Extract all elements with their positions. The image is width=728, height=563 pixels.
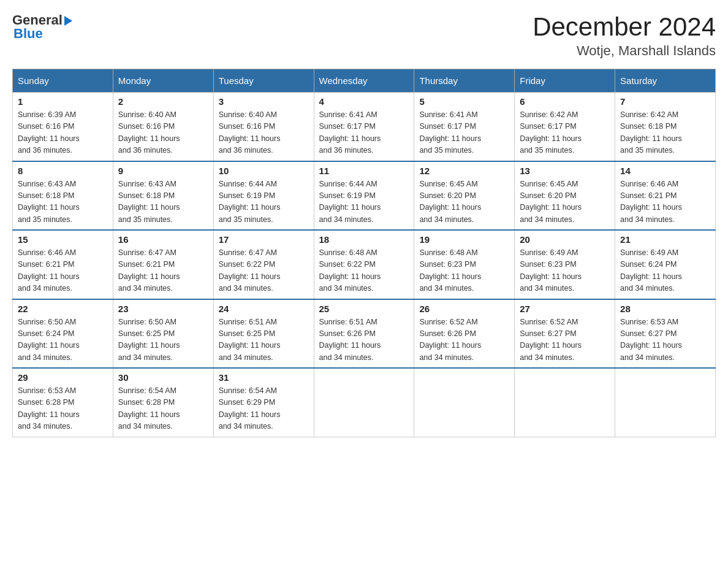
- day-number: 21: [620, 234, 710, 245]
- table-row: 12 Sunrise: 6:45 AM Sunset: 6:20 PM Dayl…: [414, 161, 515, 231]
- day-info: Sunrise: 6:49 AM Sunset: 6:23 PM Dayligh…: [520, 247, 610, 295]
- day-number: 5: [419, 96, 509, 107]
- day-number: 2: [118, 96, 208, 107]
- table-row: 8 Sunrise: 6:43 AM Sunset: 6:18 PM Dayli…: [13, 161, 113, 231]
- day-number: 22: [18, 304, 108, 314]
- day-number: 7: [620, 96, 710, 107]
- day-number: 31: [219, 372, 309, 383]
- day-info: Sunrise: 6:52 AM Sunset: 6:26 PM Dayligh…: [419, 316, 509, 364]
- table-row: 25 Sunrise: 6:51 AM Sunset: 6:26 PM Dayl…: [314, 299, 414, 369]
- day-number: 8: [18, 166, 108, 176]
- day-number: 24: [219, 304, 309, 314]
- table-row: 20 Sunrise: 6:49 AM Sunset: 6:23 PM Dayl…: [515, 230, 615, 299]
- table-row: 21 Sunrise: 6:49 AM Sunset: 6:24 PM Dayl…: [615, 230, 716, 299]
- table-row: 2 Sunrise: 6:40 AM Sunset: 6:16 PM Dayli…: [113, 93, 213, 161]
- day-info: Sunrise: 6:43 AM Sunset: 6:18 PM Dayligh…: [118, 178, 208, 226]
- table-row: 17 Sunrise: 6:47 AM Sunset: 6:22 PM Dayl…: [213, 230, 314, 299]
- day-info: Sunrise: 6:48 AM Sunset: 6:22 PM Dayligh…: [319, 247, 409, 295]
- table-row: [615, 368, 716, 437]
- day-info: Sunrise: 6:54 AM Sunset: 6:28 PM Dayligh…: [118, 385, 208, 433]
- table-row: 27 Sunrise: 6:52 AM Sunset: 6:27 PM Dayl…: [515, 299, 615, 369]
- day-number: 13: [520, 166, 610, 176]
- day-number: 4: [319, 96, 409, 107]
- table-row: [314, 368, 414, 437]
- table-row: 28 Sunrise: 6:53 AM Sunset: 6:27 PM Dayl…: [615, 299, 716, 369]
- day-number: 26: [419, 304, 509, 314]
- table-row: 13 Sunrise: 6:45 AM Sunset: 6:20 PM Dayl…: [515, 161, 615, 231]
- table-row: 7 Sunrise: 6:42 AM Sunset: 6:18 PM Dayli…: [615, 93, 716, 161]
- table-row: 19 Sunrise: 6:48 AM Sunset: 6:23 PM Dayl…: [414, 230, 515, 299]
- table-row: 5 Sunrise: 6:41 AM Sunset: 6:17 PM Dayli…: [414, 93, 515, 161]
- day-info: Sunrise: 6:46 AM Sunset: 6:21 PM Dayligh…: [18, 247, 108, 295]
- day-number: 20: [520, 234, 610, 245]
- table-row: 15 Sunrise: 6:46 AM Sunset: 6:21 PM Dayl…: [13, 230, 113, 299]
- day-number: 19: [419, 234, 509, 245]
- day-info: Sunrise: 6:53 AM Sunset: 6:27 PM Dayligh…: [620, 316, 710, 364]
- day-info: Sunrise: 6:46 AM Sunset: 6:21 PM Dayligh…: [620, 178, 710, 226]
- day-number: 15: [18, 234, 108, 245]
- day-number: 27: [520, 304, 610, 314]
- day-info: Sunrise: 6:48 AM Sunset: 6:23 PM Dayligh…: [419, 247, 509, 295]
- day-info: Sunrise: 6:47 AM Sunset: 6:22 PM Dayligh…: [219, 247, 309, 295]
- table-row: 22 Sunrise: 6:50 AM Sunset: 6:24 PM Dayl…: [13, 299, 113, 369]
- day-number: 12: [419, 166, 509, 176]
- calendar-table: Sunday Monday Tuesday Wednesday Thursday…: [12, 69, 716, 437]
- day-info: Sunrise: 6:49 AM Sunset: 6:24 PM Dayligh…: [620, 247, 710, 295]
- header-row: Sunday Monday Tuesday Wednesday Thursday…: [13, 69, 716, 93]
- day-number: 1: [18, 96, 108, 107]
- calendar-week-row: 8 Sunrise: 6:43 AM Sunset: 6:18 PM Dayli…: [13, 161, 716, 231]
- col-wednesday: Wednesday: [314, 69, 414, 93]
- calendar-week-row: 29 Sunrise: 6:53 AM Sunset: 6:28 PM Dayl…: [13, 368, 716, 437]
- day-info: Sunrise: 6:42 AM Sunset: 6:18 PM Dayligh…: [620, 109, 710, 157]
- day-info: Sunrise: 6:41 AM Sunset: 6:17 PM Dayligh…: [419, 109, 509, 157]
- table-row: 26 Sunrise: 6:52 AM Sunset: 6:26 PM Dayl…: [414, 299, 515, 369]
- col-friday: Friday: [515, 69, 615, 93]
- day-info: Sunrise: 6:47 AM Sunset: 6:21 PM Dayligh…: [118, 247, 208, 295]
- day-number: 11: [319, 166, 409, 176]
- table-row: 1 Sunrise: 6:39 AM Sunset: 6:16 PM Dayli…: [13, 93, 113, 161]
- day-number: 16: [118, 234, 208, 245]
- calendar-week-row: 1 Sunrise: 6:39 AM Sunset: 6:16 PM Dayli…: [13, 93, 716, 161]
- table-row: 3 Sunrise: 6:40 AM Sunset: 6:16 PM Dayli…: [213, 93, 314, 161]
- day-info: Sunrise: 6:50 AM Sunset: 6:25 PM Dayligh…: [118, 316, 208, 364]
- table-row: 14 Sunrise: 6:46 AM Sunset: 6:21 PM Dayl…: [615, 161, 716, 231]
- day-info: Sunrise: 6:51 AM Sunset: 6:25 PM Dayligh…: [219, 316, 309, 364]
- day-number: 14: [620, 166, 710, 176]
- table-row: 10 Sunrise: 6:44 AM Sunset: 6:19 PM Dayl…: [213, 161, 314, 231]
- table-row: 18 Sunrise: 6:48 AM Sunset: 6:22 PM Dayl…: [314, 230, 414, 299]
- col-sunday: Sunday: [13, 69, 113, 93]
- page-header: General Blue December 2024 Wotje, Marsha…: [12, 12, 716, 59]
- day-info: Sunrise: 6:43 AM Sunset: 6:18 PM Dayligh…: [18, 178, 108, 226]
- col-tuesday: Tuesday: [213, 69, 314, 93]
- day-number: 29: [18, 372, 108, 383]
- day-info: Sunrise: 6:50 AM Sunset: 6:24 PM Dayligh…: [18, 316, 108, 364]
- logo-blue: Blue: [13, 26, 43, 42]
- day-info: Sunrise: 6:52 AM Sunset: 6:27 PM Dayligh…: [520, 316, 610, 364]
- table-row: 11 Sunrise: 6:44 AM Sunset: 6:19 PM Dayl…: [314, 161, 414, 231]
- table-row: 6 Sunrise: 6:42 AM Sunset: 6:17 PM Dayli…: [515, 93, 615, 161]
- day-number: 9: [118, 166, 208, 176]
- table-row: [414, 368, 515, 437]
- location-title: Wotje, Marshall Islands: [533, 43, 716, 59]
- day-number: 10: [219, 166, 309, 176]
- day-number: 23: [118, 304, 208, 314]
- table-row: 30 Sunrise: 6:54 AM Sunset: 6:28 PM Dayl…: [113, 368, 213, 437]
- col-saturday: Saturday: [615, 69, 716, 93]
- day-info: Sunrise: 6:39 AM Sunset: 6:16 PM Dayligh…: [18, 109, 108, 157]
- logo: General Blue: [12, 12, 72, 42]
- day-info: Sunrise: 6:51 AM Sunset: 6:26 PM Dayligh…: [319, 316, 409, 364]
- day-info: Sunrise: 6:45 AM Sunset: 6:20 PM Dayligh…: [419, 178, 509, 226]
- day-number: 3: [219, 96, 309, 107]
- day-info: Sunrise: 6:40 AM Sunset: 6:16 PM Dayligh…: [219, 109, 309, 157]
- day-number: 28: [620, 304, 710, 314]
- col-monday: Monday: [113, 69, 213, 93]
- day-info: Sunrise: 6:41 AM Sunset: 6:17 PM Dayligh…: [319, 109, 409, 157]
- day-info: Sunrise: 6:54 AM Sunset: 6:29 PM Dayligh…: [219, 385, 309, 433]
- day-info: Sunrise: 6:42 AM Sunset: 6:17 PM Dayligh…: [520, 109, 610, 157]
- day-info: Sunrise: 6:45 AM Sunset: 6:20 PM Dayligh…: [520, 178, 610, 226]
- month-title: December 2024: [533, 12, 716, 42]
- col-thursday: Thursday: [414, 69, 515, 93]
- calendar-week-row: 22 Sunrise: 6:50 AM Sunset: 6:24 PM Dayl…: [13, 299, 716, 369]
- day-info: Sunrise: 6:44 AM Sunset: 6:19 PM Dayligh…: [319, 178, 409, 226]
- table-row: 24 Sunrise: 6:51 AM Sunset: 6:25 PM Dayl…: [213, 299, 314, 369]
